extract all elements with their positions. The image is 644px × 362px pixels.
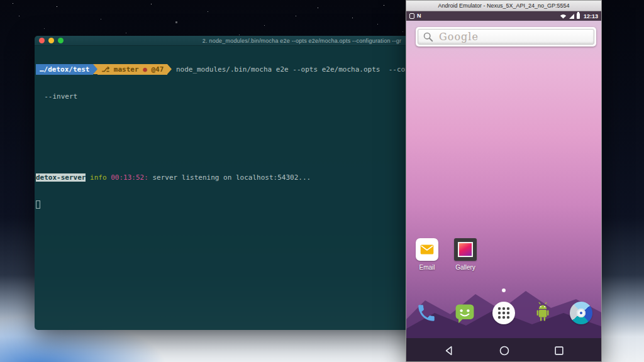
git-status-dot-icon: ● bbox=[143, 65, 151, 74]
log-timestamp: 00:13:52: bbox=[111, 173, 152, 182]
camera-icon[interactable] bbox=[569, 300, 594, 326]
app-label-gallery: Gallery bbox=[446, 264, 485, 271]
terminal-cursor bbox=[36, 200, 40, 209]
desktop-background: 2. node_modules/.bin/mocha e2e --opts e2… bbox=[0, 0, 644, 362]
cell-signal-icon bbox=[569, 13, 575, 19]
google-search-widget[interactable]: Google bbox=[416, 27, 596, 47]
log-tag: detox-server bbox=[36, 173, 86, 182]
status-clock: 12:13 bbox=[584, 13, 598, 19]
app-shortcut-gallery[interactable]: Gallery bbox=[446, 238, 485, 271]
envelope-icon bbox=[419, 241, 435, 258]
photo-thumbnail-icon bbox=[458, 242, 473, 257]
android-nav-bar bbox=[406, 338, 601, 361]
git-commit-count: @47 bbox=[151, 65, 164, 74]
n-notification-icon: N bbox=[417, 13, 421, 19]
email-app-icon bbox=[416, 238, 438, 261]
prompt-path-segment: …/detox/test bbox=[36, 64, 93, 75]
log-level: info bbox=[86, 173, 111, 182]
battery-icon bbox=[577, 13, 580, 19]
emulator-screen[interactable]: N 12:13 Google bbox=[406, 11, 601, 361]
search-icon bbox=[423, 31, 434, 43]
home-button[interactable] bbox=[497, 344, 511, 358]
gallery-app-icon bbox=[454, 238, 477, 261]
emulator-titlebar[interactable]: Android Emulator - Nexus_5X_API_24_no_GP… bbox=[406, 1, 601, 11]
log-message: server listening on localhost:54302... bbox=[152, 173, 311, 182]
messages-icon[interactable] bbox=[452, 300, 477, 326]
app-label-email: Email bbox=[408, 264, 447, 271]
android-robot-icon[interactable] bbox=[530, 300, 555, 326]
git-branch-label: ⎇ master bbox=[101, 65, 143, 74]
back-button[interactable] bbox=[443, 344, 457, 358]
android-emulator-window[interactable]: Android Emulator - Nexus_5X_API_24_no_GP… bbox=[406, 0, 602, 362]
android-status-bar[interactable]: N 12:13 bbox=[406, 11, 601, 21]
phone-icon[interactable] bbox=[414, 300, 439, 326]
wifi-icon bbox=[560, 13, 567, 19]
notification-icon bbox=[409, 13, 414, 19]
powerline-arrow-icon bbox=[93, 64, 97, 74]
command-text-continued: --invert bbox=[36, 92, 77, 101]
google-logo: Google bbox=[439, 31, 479, 43]
dock bbox=[406, 300, 601, 328]
starfield-decoration bbox=[0, 0, 1, 1]
app-drawer-icon[interactable] bbox=[491, 300, 516, 326]
app-shortcut-email[interactable]: Email bbox=[408, 238, 447, 271]
emulator-title: Android Emulator - Nexus_5X_API_24_no_GP… bbox=[438, 3, 569, 9]
recents-button[interactable] bbox=[552, 344, 566, 358]
prompt-branch-segment: ⎇ master ● @47 bbox=[97, 64, 167, 75]
